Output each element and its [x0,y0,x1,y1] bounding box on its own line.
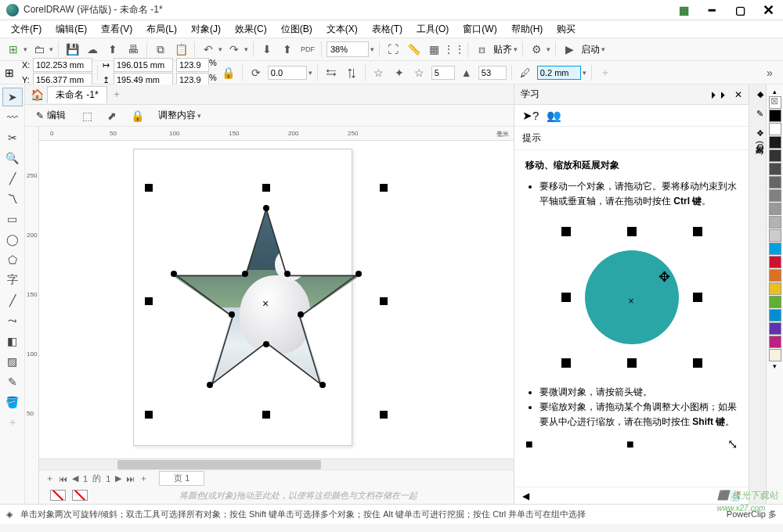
nav-first[interactable]: ⏮ [59,474,67,483]
open-button[interactable]: 🗀 [31,41,48,58]
sharpness-input[interactable] [478,66,507,80]
menu-file[interactable]: 文件(F) [5,21,48,38]
edit-powerclip[interactable]: ✎编辑 [31,107,70,124]
menu-view[interactable]: 查看(V) [95,21,139,38]
doc-tab[interactable]: 未命名 -1* [47,86,107,103]
lock-icon[interactable]: 🔒 [128,107,146,124]
maximize-button[interactable]: ▢ [731,4,749,16]
menu-effects[interactable]: 效果(C) [229,21,273,38]
palette-up-icon[interactable]: ▴ [773,88,777,95]
menu-table[interactable]: 表格(T) [366,21,409,38]
snap-icon[interactable]: ⧈ [473,41,490,58]
swatch[interactable] [769,123,781,135]
lock-contents-icon[interactable]: ⬈ [103,107,121,124]
overflow-icon[interactable]: » [761,64,778,81]
palette-down-icon[interactable]: ▾ [773,362,777,370]
fill-tool[interactable]: 🪣 [2,393,23,412]
adjust-contents[interactable]: 调整内容 ▾ [153,107,206,124]
h-scrollbar[interactable] [39,458,514,469]
swatch[interactable] [769,309,781,322]
shape-tool[interactable]: 〰 [2,108,23,127]
lock-ratio-button[interactable]: 🔒 [220,64,237,81]
export-button[interactable]: ⬆ [279,41,296,58]
learn-tab-label[interactable]: 学习 [521,88,539,101]
grid-icon[interactable]: ▦ [425,41,442,58]
outline-width-input[interactable] [537,66,581,80]
swatch[interactable] [769,163,781,175]
minimize-button[interactable]: ━ [703,4,720,16]
connector-tool[interactable]: ⤳ [2,311,23,330]
points-input[interactable] [431,66,455,80]
swatch[interactable] [769,322,781,335]
text-tool[interactable]: 字 [2,271,23,289]
handle-ml[interactable] [145,297,153,305]
swatch[interactable] [769,296,781,308]
undo-button[interactable]: ↶ [200,41,217,58]
back-nav-icon[interactable]: ◀ [522,491,529,501]
cloud-down-icon[interactable]: ☁ [84,41,101,58]
mirror-v-button[interactable]: ⮁ [343,64,360,81]
menu-bitmap[interactable]: 位图(B) [275,21,319,38]
handle-tr[interactable] [380,184,388,192]
swatch[interactable] [769,216,781,228]
panel-collapse-icon[interactable]: ⏵⏵ [709,89,728,100]
zoom-input[interactable] [327,41,369,57]
polygon-tool[interactable]: ⬠ [2,250,23,269]
handle-bc[interactable] [262,411,270,419]
new-tab-button[interactable]: ＋ [109,88,124,101]
page-tab[interactable]: 页 1 [159,471,204,486]
redo-button[interactable]: ↷ [226,41,243,58]
swatch[interactable] [769,282,781,295]
swatch[interactable] [769,349,781,361]
fullscreen-icon[interactable]: ⛶ [384,41,402,58]
options-button[interactable]: ⚙ [528,41,545,58]
paste-button[interactable]: 📋 [172,41,189,58]
swatch[interactable] [769,149,781,162]
artistic-media-tool[interactable]: 〽 [2,189,23,208]
menu-object[interactable]: 对象(J) [185,21,227,38]
selected-object[interactable]: × [149,188,384,415]
toolbox-add[interactable]: ＋ [2,413,23,432]
menu-help[interactable]: 帮助(H) [505,21,550,38]
launch-label[interactable]: 启动 [581,43,600,56]
close-button[interactable]: ✕ [760,2,777,19]
canvas[interactable]: × [39,141,514,458]
width-input[interactable] [114,58,173,72]
swatch[interactable] [769,336,781,348]
launch-icon[interactable]: ▶ [561,41,578,58]
import-button[interactable]: ⬇ [258,41,276,58]
nav-next[interactable]: ▶ [115,473,121,483]
rectangle-tool[interactable]: ▭ [2,210,23,228]
extract-contents-icon[interactable]: ⬚ [78,107,96,124]
fill-swatch[interactable] [50,490,66,501]
swatch[interactable] [769,256,781,268]
handle-tc[interactable] [262,184,270,192]
excel-icon[interactable]: ▦ [675,4,692,16]
swatch[interactable] [769,203,781,215]
menu-buy[interactable]: 购买 [550,21,582,38]
swatch[interactable] [769,110,781,122]
nav-prev[interactable]: ◀ [72,473,78,483]
crop-tool[interactable]: ✂ [2,128,23,147]
drop-shadow-tool[interactable]: ◧ [2,332,23,350]
freehand-tool[interactable]: ╱ [2,169,23,188]
save-button[interactable]: 💾 [63,41,81,58]
parallel-dim-tool[interactable]: ╱ [2,291,23,310]
x-input[interactable] [33,58,92,72]
swatch[interactable] [769,243,781,255]
swatch[interactable] [769,269,781,282]
swatch[interactable] [769,229,781,242]
handle-tl[interactable] [145,184,153,192]
side-tab-learn[interactable]: ◆学习 [749,84,766,104]
nav-last[interactable]: ⏭ [126,474,135,483]
add-page-after[interactable]: ＋ [139,473,148,484]
add-button[interactable]: ＋ [597,64,614,81]
ellipse-tool[interactable]: ◯ [2,230,23,249]
community-icon[interactable]: 👥 [547,109,561,123]
side-tab-objects[interactable]: ❖对象 (O) [749,124,766,158]
home-icon[interactable]: 🏠 [28,86,45,103]
guides-icon[interactable]: ⋮⋮ [446,41,463,58]
add-page-button[interactable]: ＋ [45,473,54,484]
swatch[interactable] [769,189,781,202]
cloud-up-icon[interactable]: ⬆ [104,41,121,58]
